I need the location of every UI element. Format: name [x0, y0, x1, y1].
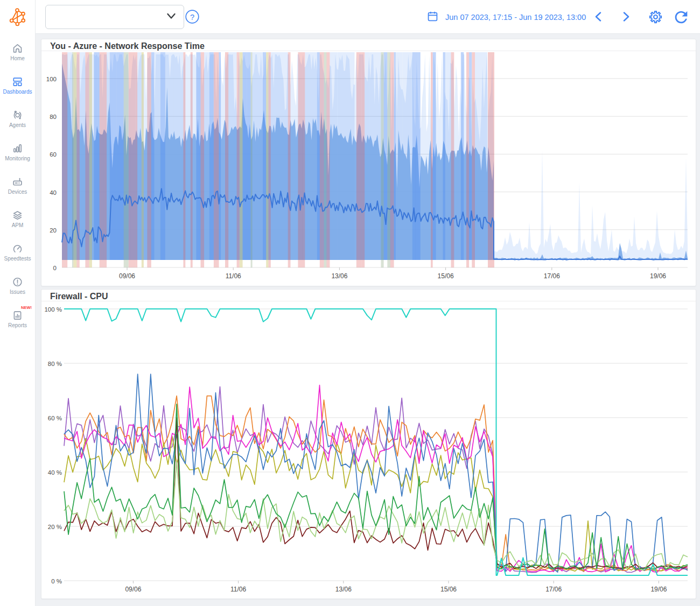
svg-text:80 %: 80 % — [48, 361, 62, 367]
svg-text:11/06: 11/06 — [230, 586, 246, 593]
svg-text:13/06: 13/06 — [331, 272, 347, 280]
svg-text:0 %: 0 % — [51, 578, 62, 584]
svg-text:19/06: 19/06 — [650, 586, 667, 593]
svg-text:09/06: 09/06 — [119, 272, 135, 280]
svg-text:40: 40 — [50, 189, 57, 196]
svg-text:09/06: 09/06 — [125, 586, 141, 593]
svg-text:17/06: 17/06 — [544, 272, 560, 280]
svg-text:40 %: 40 % — [48, 469, 62, 476]
svg-text:100 %: 100 % — [44, 306, 62, 313]
svg-text:20 %: 20 % — [48, 524, 62, 530]
svg-text:60 %: 60 % — [48, 415, 62, 421]
svg-text:60: 60 — [50, 151, 57, 158]
svg-text:80: 80 — [50, 114, 57, 120]
svg-text:20: 20 — [50, 227, 57, 234]
svg-text:100: 100 — [46, 76, 57, 82]
svg-text:15/06: 15/06 — [440, 586, 457, 593]
svg-text:11/06: 11/06 — [226, 272, 241, 280]
svg-text:19/06: 19/06 — [650, 272, 666, 280]
svg-text:0: 0 — [53, 265, 57, 271]
svg-text:17/06: 17/06 — [545, 586, 562, 593]
svg-text:13/06: 13/06 — [335, 586, 352, 593]
svg-text:15/06: 15/06 — [438, 272, 454, 280]
svg-text:?: ? — [190, 13, 194, 22]
